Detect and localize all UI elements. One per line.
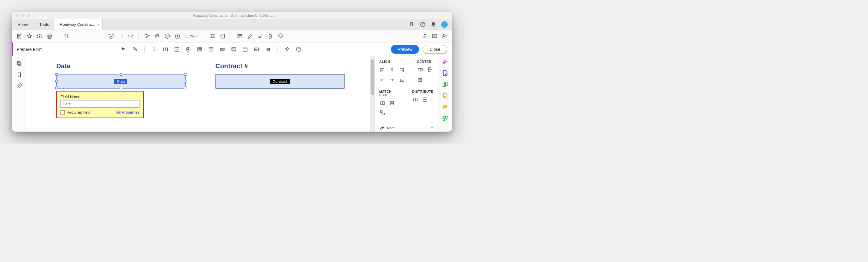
thumbnails-icon[interactable] [16,60,22,66]
comment-icon[interactable] [237,33,243,39]
save-icon[interactable] [16,33,22,39]
align-middle-icon[interactable] [389,76,395,83]
distribute-v-icon[interactable] [422,96,428,103]
field-properties-popup: Field Name: Required field All Propertie… [56,91,144,118]
pointer-icon[interactable] [144,33,150,39]
export-icon[interactable] [441,92,449,99]
resize-handle[interactable] [55,73,58,76]
sign-icon[interactable] [257,33,263,39]
date-field-icon[interactable] [242,46,248,52]
form-field-date[interactable]: Date [56,74,186,89]
right-rail [438,56,452,132]
page-input[interactable] [118,33,126,39]
comment-tool-icon[interactable] [441,103,449,111]
match-width-icon[interactable] [379,100,386,106]
close-window[interactable] [16,14,19,18]
separator [277,46,278,53]
page-down-icon[interactable] [108,33,114,39]
tab-tools[interactable]: Tools [34,19,55,30]
resize-handle[interactable] [184,80,186,83]
zoom-level[interactable]: 117% ▼ [185,34,198,38]
center-h-icon[interactable] [417,66,424,73]
user-avatar[interactable] [441,21,448,28]
svg-rect-10 [433,35,437,38]
preview-button[interactable]: Preview [391,45,419,54]
zoom-window[interactable] [27,14,30,18]
resize-handle[interactable] [55,87,58,90]
distribute-h-icon[interactable] [412,96,419,103]
link-icon[interactable] [422,33,427,39]
fit-page-icon[interactable] [220,33,226,39]
panel-more[interactable]: More ▼ [379,125,433,131]
svg-rect-9 [221,34,224,38]
app-window: ⬚ Roadway Construction Site Inspection C… [12,12,452,132]
document-tab[interactable]: Roadway Constru... × [55,19,103,30]
zoom-out-icon[interactable] [164,33,170,39]
image-field-icon[interactable] [231,46,237,52]
print-icon[interactable] [47,33,53,39]
center-v-icon[interactable] [427,66,433,73]
delete-icon[interactable] [267,33,273,39]
resize-handle[interactable] [120,87,122,90]
align-bottom-icon[interactable] [398,76,405,83]
edit-pdf-icon[interactable] [441,58,449,65]
text-box-icon[interactable] [162,46,168,52]
mobile-link-icon[interactable] [409,22,415,28]
tab-home[interactable]: Home [12,19,34,30]
scroll-thumb[interactable] [371,59,374,95]
text-field-icon[interactable] [151,46,157,52]
notifications-icon[interactable] [430,22,436,28]
align-center-h-icon[interactable] [389,66,395,73]
required-field-checkbox[interactable]: Required field [60,110,90,114]
share-user-icon[interactable] [442,33,448,39]
match-height-icon[interactable] [389,100,395,106]
properties-panel: ALIGN CENTER [375,56,438,132]
align-right-icon[interactable] [398,66,405,73]
dropdown-icon[interactable] [208,46,214,52]
select-tool-icon[interactable] [120,46,126,52]
match-both-icon[interactable] [379,109,386,116]
button-icon[interactable] [219,46,225,52]
align-left-icon[interactable] [379,66,386,73]
all-properties-link[interactable]: All Properties [117,110,140,114]
search-icon[interactable] [64,33,70,39]
create-pdf-icon[interactable] [441,69,449,76]
center-both-icon[interactable] [417,76,424,83]
edit-tool-icon[interactable] [132,46,138,52]
signature-field-icon[interactable] [253,46,259,52]
resize-handle[interactable] [184,87,186,90]
organize-icon[interactable] [441,115,449,122]
window-title: ⬚ Roadway Construction Site Inspection C… [189,13,276,18]
vertical-scrollbar[interactable] [370,56,374,132]
star-icon[interactable] [26,33,32,39]
zoom-in-icon[interactable] [175,33,181,39]
undo-icon[interactable] [277,33,283,39]
align-top-icon[interactable] [379,76,386,83]
form-field-contract[interactable]: Contract [216,74,345,89]
radio-icon[interactable] [185,46,191,52]
attachment-icon[interactable] [16,83,22,89]
document-canvas[interactable]: Date Date Contract # [26,56,375,132]
fit-width-icon[interactable] [210,33,216,39]
highlight-icon[interactable] [247,33,253,39]
close-button[interactable]: Close [423,45,447,54]
popup-field-name-label: Field Name: [60,95,140,99]
list-box-icon[interactable] [197,46,203,52]
resize-handle[interactable] [55,80,58,83]
pin-icon[interactable] [284,46,290,52]
close-tab-icon[interactable]: × [97,22,99,27]
resize-handle[interactable] [184,73,186,76]
field-name-input[interactable] [60,100,140,108]
form-help-icon[interactable] [296,46,302,52]
hand-icon[interactable] [154,33,160,39]
checkbox-icon[interactable] [174,46,180,52]
minimize-window[interactable] [21,14,25,18]
email-icon[interactable] [432,33,438,39]
resize-handle[interactable] [120,73,122,76]
cloud-upload-icon[interactable] [36,33,42,39]
combine-icon[interactable] [441,81,449,88]
barcode-icon[interactable] [265,46,271,52]
panel-separator [379,123,433,123]
bookmark-icon[interactable] [16,72,22,78]
help-icon[interactable] [420,22,426,28]
